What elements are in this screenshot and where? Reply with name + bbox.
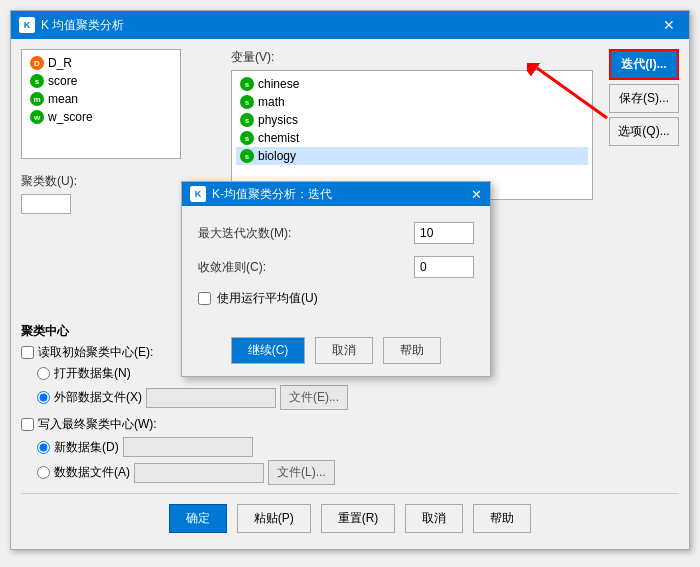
- list-item-w_score[interactable]: w w_score: [26, 108, 176, 126]
- var-icon-physics: s: [240, 113, 254, 127]
- list-item-D_R[interactable]: D D_R: [26, 54, 176, 72]
- save-button[interactable]: 保存(S)...: [609, 84, 679, 113]
- dialog-icon: K: [190, 186, 206, 202]
- dialog-body: 最大迭代次数(M): 收敛准则(C): 使用运行平均值(U): [182, 206, 490, 331]
- read-initial-label: 读取初始聚类中心(E):: [38, 344, 153, 361]
- open-dataset-label: 打开数据集(N): [54, 365, 131, 382]
- write-cluster-section: 写入最终聚类中心(W): 新数据集(D) 数数据文件(A) 文件(L)...: [21, 416, 679, 485]
- paste-button[interactable]: 粘贴(P): [237, 504, 311, 533]
- window-close-button[interactable]: ✕: [657, 15, 681, 35]
- cluster-count-section: 聚类数(U):: [21, 173, 181, 214]
- var-label-w_score: w_score: [48, 110, 93, 124]
- var-label-biology: biology: [258, 149, 296, 163]
- var-icon-w_score: w: [30, 110, 44, 124]
- convergence-label: 收敛准则(C):: [198, 259, 406, 276]
- variable-list-label: 变量(V):: [231, 49, 593, 66]
- var-label-mean: mean: [48, 92, 78, 106]
- data-file-label: 数数据文件(A): [54, 464, 130, 481]
- cluster-count-label: 聚类数(U):: [21, 173, 181, 190]
- dialog-footer: 继续(C) 取消 帮助: [182, 331, 490, 376]
- bottom-buttons: 确定 粘贴(P) 重置(R) 取消 帮助: [21, 493, 679, 539]
- file-l-button[interactable]: 文件(L)...: [268, 460, 335, 485]
- dialog-title-bar: K K-均值聚类分析：迭代 ✕: [182, 182, 490, 206]
- dialog-close-button[interactable]: ✕: [471, 187, 482, 202]
- var-item-biology[interactable]: s biology: [236, 147, 588, 165]
- external-file-input[interactable]: [146, 388, 276, 408]
- data-file-input[interactable]: [134, 463, 264, 483]
- var-label-math: math: [258, 95, 285, 109]
- var-icon-score: s: [30, 74, 44, 88]
- convergence-input[interactable]: [414, 256, 474, 278]
- write-radio-group: 新数据集(D) 数数据文件(A) 文件(L)...: [37, 437, 679, 485]
- var-item-math[interactable]: s math: [236, 93, 588, 111]
- running-mean-label: 使用运行平均值(U): [217, 290, 318, 307]
- read-initial-checkbox[interactable]: [21, 346, 34, 359]
- var-icon-chinese: s: [240, 77, 254, 91]
- convergence-row: 收敛准则(C):: [198, 256, 474, 278]
- var-icon-math: s: [240, 95, 254, 109]
- reset-button[interactable]: 重置(R): [321, 504, 396, 533]
- cluster-count-input[interactable]: [21, 194, 71, 214]
- var-label-physics: physics: [258, 113, 298, 127]
- var-label-chinese: chinese: [258, 77, 299, 91]
- running-mean-row: 使用运行平均值(U): [198, 290, 474, 307]
- write-final-label: 写入最终聚类中心(W):: [38, 416, 157, 433]
- var-item-chinese[interactable]: s chinese: [236, 75, 588, 93]
- dialog-cancel-button[interactable]: 取消: [315, 337, 373, 364]
- running-mean-checkbox[interactable]: [198, 292, 211, 305]
- iterate-button[interactable]: 迭代(I)...: [609, 49, 679, 80]
- var-item-physics[interactable]: s physics: [236, 111, 588, 129]
- new-dataset-label: 新数据集(D): [54, 439, 119, 456]
- ok-button[interactable]: 确定: [169, 504, 227, 533]
- new-dataset-input[interactable]: [123, 437, 253, 457]
- external-file-radio[interactable]: [37, 391, 50, 404]
- dialog-title-text: K-均值聚类分析：迭代: [212, 186, 332, 203]
- var-label-score: score: [48, 74, 77, 88]
- new-dataset-radio[interactable]: [37, 441, 50, 454]
- var-icon-mean: m: [30, 92, 44, 106]
- var-label-D_R: D_R: [48, 56, 72, 70]
- write-final-checkbox[interactable]: [21, 418, 34, 431]
- help-button[interactable]: 帮助: [473, 504, 531, 533]
- cancel-button[interactable]: 取消: [405, 504, 463, 533]
- write-final-row: 写入最终聚类中心(W):: [21, 416, 679, 433]
- dialog-help-button[interactable]: 帮助: [383, 337, 441, 364]
- external-file-row: 外部数据文件(X) 文件(E)...: [37, 385, 679, 410]
- var-icon-biology: s: [240, 149, 254, 163]
- options-button[interactable]: 选项(Q)...: [609, 117, 679, 146]
- source-variable-list[interactable]: D D_R s score m mean w w_score: [21, 49, 181, 159]
- var-item-chemist[interactable]: s chemist: [236, 129, 588, 147]
- var-icon-chemist: s: [240, 131, 254, 145]
- var-label-chemist: chemist: [258, 131, 299, 145]
- window-title: K 均值聚类分析: [41, 17, 657, 34]
- list-item-score[interactable]: s score: [26, 72, 176, 90]
- iteration-dialog: K K-均值聚类分析：迭代 ✕ 最大迭代次数(M): 收敛准则(C): 使用运行…: [181, 181, 491, 377]
- open-dataset-radio[interactable]: [37, 367, 50, 380]
- left-panel: D D_R s score m mean w w_score: [21, 49, 181, 317]
- title-bar: K K 均值聚类分析 ✕: [11, 11, 689, 39]
- file-e-button[interactable]: 文件(E)...: [280, 385, 348, 410]
- max-iter-input[interactable]: [414, 222, 474, 244]
- external-file-label: 外部数据文件(X): [54, 389, 142, 406]
- main-window: K K 均值聚类分析 ✕ D D_R s score m: [10, 10, 690, 550]
- app-icon: K: [19, 17, 35, 33]
- new-dataset-row: 新数据集(D): [37, 437, 679, 457]
- list-item-mean[interactable]: m mean: [26, 90, 176, 108]
- var-icon-D_R: D: [30, 56, 44, 70]
- max-iter-label: 最大迭代次数(M):: [198, 225, 406, 242]
- dialog-continue-button[interactable]: 继续(C): [231, 337, 306, 364]
- data-file-radio[interactable]: [37, 466, 50, 479]
- max-iter-row: 最大迭代次数(M):: [198, 222, 474, 244]
- data-file-row: 数数据文件(A) 文件(L)...: [37, 460, 679, 485]
- action-buttons: 迭代(I)... 保存(S)... 选项(Q)...: [609, 49, 679, 281]
